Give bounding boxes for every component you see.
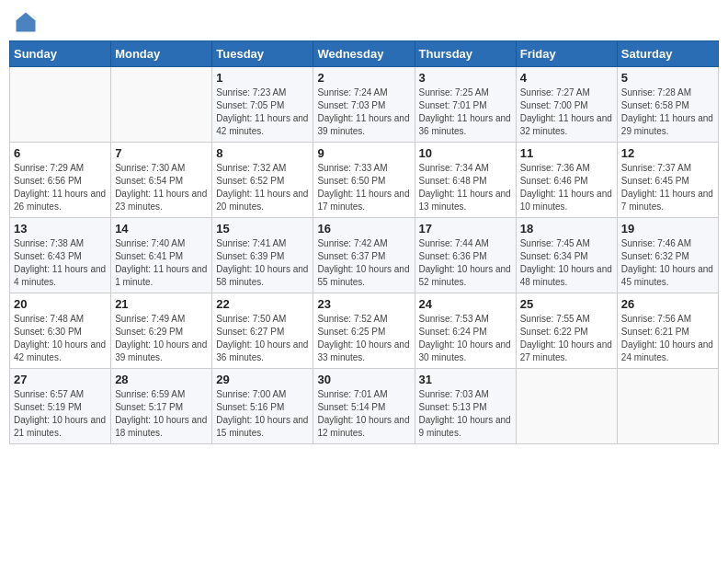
calendar-cell: 9Sunrise: 7:33 AM Sunset: 6:50 PM Daylig… xyxy=(313,143,415,218)
calendar-cell: 6Sunrise: 7:29 AM Sunset: 6:56 PM Daylig… xyxy=(10,143,111,218)
day-number: 21 xyxy=(115,297,208,311)
day-header-wednesday: Wednesday xyxy=(313,41,415,67)
day-info: Sunrise: 7:41 AM Sunset: 6:39 PM Dayligh… xyxy=(216,237,309,289)
calendar-cell: 17Sunrise: 7:44 AM Sunset: 6:36 PM Dayli… xyxy=(415,218,516,293)
calendar-cell: 3Sunrise: 7:25 AM Sunset: 7:01 PM Daylig… xyxy=(415,67,516,143)
day-number: 25 xyxy=(520,297,613,311)
day-number: 7 xyxy=(115,146,208,160)
day-info: Sunrise: 7:30 AM Sunset: 6:54 PM Dayligh… xyxy=(115,162,208,213)
day-info: Sunrise: 7:50 AM Sunset: 6:27 PM Dayligh… xyxy=(216,313,309,364)
day-info: Sunrise: 7:32 AM Sunset: 6:52 PM Dayligh… xyxy=(216,162,309,213)
day-header-monday: Monday xyxy=(111,41,212,67)
day-number: 30 xyxy=(317,373,410,386)
week-row-2: 6Sunrise: 7:29 AM Sunset: 6:56 PM Daylig… xyxy=(10,143,719,218)
calendar-cell xyxy=(516,369,617,444)
day-info: Sunrise: 7:49 AM Sunset: 6:29 PM Dayligh… xyxy=(115,313,208,364)
day-info: Sunrise: 7:33 AM Sunset: 6:50 PM Dayligh… xyxy=(317,162,410,213)
day-info: Sunrise: 7:37 AM Sunset: 6:45 PM Dayligh… xyxy=(621,162,714,213)
day-info: Sunrise: 7:25 AM Sunset: 7:01 PM Dayligh… xyxy=(419,86,512,138)
day-number: 5 xyxy=(621,71,714,85)
day-number: 12 xyxy=(621,146,714,160)
calendar-cell: 16Sunrise: 7:42 AM Sunset: 6:37 PM Dayli… xyxy=(313,218,415,293)
day-number: 9 xyxy=(317,146,410,160)
day-info: Sunrise: 7:45 AM Sunset: 6:34 PM Dayligh… xyxy=(520,237,613,289)
day-info: Sunrise: 7:36 AM Sunset: 6:46 PM Dayligh… xyxy=(520,162,613,213)
day-number: 28 xyxy=(115,373,208,386)
calendar-cell: 1Sunrise: 7:23 AM Sunset: 7:05 PM Daylig… xyxy=(212,67,313,143)
calendar-cell: 18Sunrise: 7:45 AM Sunset: 6:34 PM Dayli… xyxy=(516,218,617,293)
day-info: Sunrise: 7:03 AM Sunset: 5:13 PM Dayligh… xyxy=(419,388,512,440)
calendar-cell: 22Sunrise: 7:50 AM Sunset: 6:27 PM Dayli… xyxy=(212,293,313,369)
day-info: Sunrise: 7:40 AM Sunset: 6:41 PM Dayligh… xyxy=(115,237,208,289)
calendar-cell: 12Sunrise: 7:37 AM Sunset: 6:45 PM Dayli… xyxy=(617,143,718,218)
calendar-cell: 10Sunrise: 7:34 AM Sunset: 6:48 PM Dayli… xyxy=(415,143,516,218)
week-row-1: 1Sunrise: 7:23 AM Sunset: 7:05 PM Daylig… xyxy=(10,67,719,143)
week-row-4: 20Sunrise: 7:48 AM Sunset: 6:30 PM Dayli… xyxy=(10,293,719,369)
day-info: Sunrise: 7:00 AM Sunset: 5:16 PM Dayligh… xyxy=(216,388,309,440)
calendar-cell: 7Sunrise: 7:30 AM Sunset: 6:54 PM Daylig… xyxy=(111,143,212,218)
calendar-cell: 2Sunrise: 7:24 AM Sunset: 7:03 PM Daylig… xyxy=(313,67,415,143)
calendar-cell: 13Sunrise: 7:38 AM Sunset: 6:43 PM Dayli… xyxy=(10,218,111,293)
day-number: 16 xyxy=(317,222,410,236)
day-info: Sunrise: 6:57 AM Sunset: 5:19 PM Dayligh… xyxy=(14,388,107,440)
calendar-cell: 31Sunrise: 7:03 AM Sunset: 5:13 PM Dayli… xyxy=(415,369,516,444)
calendar-cell: 8Sunrise: 7:32 AM Sunset: 6:52 PM Daylig… xyxy=(212,143,313,218)
day-number: 19 xyxy=(621,222,714,236)
calendar-cell: 4Sunrise: 7:27 AM Sunset: 7:00 PM Daylig… xyxy=(516,67,617,143)
day-number: 6 xyxy=(14,146,107,160)
calendar-cell: 27Sunrise: 6:57 AM Sunset: 5:19 PM Dayli… xyxy=(10,369,111,444)
day-info: Sunrise: 7:44 AM Sunset: 6:36 PM Dayligh… xyxy=(419,237,512,289)
calendar-cell: 5Sunrise: 7:28 AM Sunset: 6:58 PM Daylig… xyxy=(617,67,718,143)
calendar-cell: 29Sunrise: 7:00 AM Sunset: 5:16 PM Dayli… xyxy=(212,369,313,444)
day-number: 2 xyxy=(317,71,410,85)
day-number: 31 xyxy=(419,373,512,386)
day-number: 3 xyxy=(419,71,512,85)
calendar-table: SundayMondayTuesdayWednesdayThursdayFrid… xyxy=(9,40,719,444)
day-info: Sunrise: 7:28 AM Sunset: 6:58 PM Dayligh… xyxy=(621,86,714,138)
calendar-cell: 30Sunrise: 7:01 AM Sunset: 5:14 PM Dayli… xyxy=(313,369,415,444)
day-number: 24 xyxy=(419,297,512,311)
day-info: Sunrise: 7:55 AM Sunset: 6:22 PM Dayligh… xyxy=(520,313,613,364)
day-info: Sunrise: 7:27 AM Sunset: 7:00 PM Dayligh… xyxy=(520,86,613,138)
week-row-3: 13Sunrise: 7:38 AM Sunset: 6:43 PM Dayli… xyxy=(10,218,719,293)
day-number: 17 xyxy=(419,222,512,236)
day-number: 18 xyxy=(520,222,613,236)
day-header-thursday: Thursday xyxy=(415,41,516,67)
day-info: Sunrise: 7:46 AM Sunset: 6:32 PM Dayligh… xyxy=(621,237,714,289)
calendar-cell: 20Sunrise: 7:48 AM Sunset: 6:30 PM Dayli… xyxy=(10,293,111,369)
day-number: 15 xyxy=(216,222,309,236)
day-number: 1 xyxy=(216,71,309,85)
day-number: 13 xyxy=(14,222,107,236)
calendar-cell: 26Sunrise: 7:56 AM Sunset: 6:21 PM Dayli… xyxy=(617,293,718,369)
calendar-cell xyxy=(10,67,111,143)
day-number: 23 xyxy=(317,297,410,311)
logo xyxy=(13,9,42,35)
calendar-cell: 24Sunrise: 7:53 AM Sunset: 6:24 PM Dayli… xyxy=(415,293,516,369)
day-number: 29 xyxy=(216,373,309,386)
day-number: 4 xyxy=(520,71,613,85)
page-header xyxy=(9,9,719,35)
day-info: Sunrise: 7:24 AM Sunset: 7:03 PM Dayligh… xyxy=(317,86,410,138)
day-info: Sunrise: 7:29 AM Sunset: 6:56 PM Dayligh… xyxy=(14,162,107,213)
calendar-cell: 14Sunrise: 7:40 AM Sunset: 6:41 PM Dayli… xyxy=(111,218,212,293)
day-info: Sunrise: 7:01 AM Sunset: 5:14 PM Dayligh… xyxy=(317,388,410,440)
calendar-cell: 11Sunrise: 7:36 AM Sunset: 6:46 PM Dayli… xyxy=(516,143,617,218)
day-info: Sunrise: 7:48 AM Sunset: 6:30 PM Dayligh… xyxy=(14,313,107,364)
calendar-cell xyxy=(617,369,718,444)
day-number: 14 xyxy=(115,222,208,236)
logo-icon xyxy=(13,9,39,35)
calendar-cell: 23Sunrise: 7:52 AM Sunset: 6:25 PM Dayli… xyxy=(313,293,415,369)
day-info: Sunrise: 7:56 AM Sunset: 6:21 PM Dayligh… xyxy=(621,313,714,364)
calendar-cell: 28Sunrise: 6:59 AM Sunset: 5:17 PM Dayli… xyxy=(111,369,212,444)
day-number: 20 xyxy=(14,297,107,311)
day-header-saturday: Saturday xyxy=(617,41,718,67)
day-info: Sunrise: 7:42 AM Sunset: 6:37 PM Dayligh… xyxy=(317,237,410,289)
day-number: 8 xyxy=(216,146,309,160)
day-header-friday: Friday xyxy=(516,41,617,67)
day-number: 10 xyxy=(419,146,512,160)
svg-marker-0 xyxy=(17,13,36,32)
day-number: 22 xyxy=(216,297,309,311)
calendar-cell: 15Sunrise: 7:41 AM Sunset: 6:39 PM Dayli… xyxy=(212,218,313,293)
week-row-5: 27Sunrise: 6:57 AM Sunset: 5:19 PM Dayli… xyxy=(10,369,719,444)
day-info: Sunrise: 7:34 AM Sunset: 6:48 PM Dayligh… xyxy=(419,162,512,213)
